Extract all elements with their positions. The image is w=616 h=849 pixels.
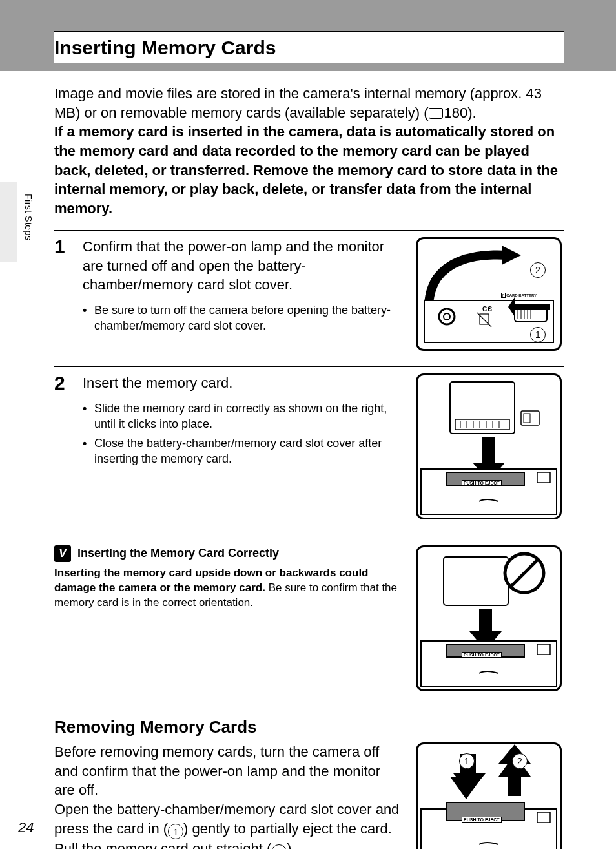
callout-2: 2 xyxy=(530,262,546,278)
intro-paragraph: Image and movie files are stored in the … xyxy=(54,84,564,218)
figure-slot: 1 2 PUSH TO EJECT xyxy=(416,742,564,849)
checkmark-v-icon: V xyxy=(54,545,71,562)
push-to-eject-label: PUSH TO EJECT xyxy=(462,817,502,823)
removing-p1: Before removing memory cards, turn the c… xyxy=(54,744,380,798)
side-tab xyxy=(0,182,17,262)
manual-page: Inserting Memory Cards First Steps Image… xyxy=(0,0,616,849)
svg-rect-30 xyxy=(444,557,508,605)
step-number: 1 xyxy=(54,237,83,351)
removing-p2c: ). xyxy=(287,841,295,849)
title-inset: Inserting Memory Cards xyxy=(54,31,564,63)
step-main: Insert the memory card. xyxy=(83,373,403,393)
circled-2-icon: 2 xyxy=(271,844,287,849)
figure-slot: PUSH TO EJECT xyxy=(416,373,564,519)
bullet: Be sure to turn off the camera before op… xyxy=(83,302,403,334)
note-heading: V Inserting the Memory Card Correctly xyxy=(54,545,403,562)
figure-remove-card: 1 2 PUSH TO EJECT xyxy=(416,742,562,849)
section-title: Inserting Memory Cards xyxy=(54,37,564,63)
svg-rect-15 xyxy=(450,382,515,434)
bullet: Close the battery-chamber/memory card sl… xyxy=(83,435,403,467)
book-icon xyxy=(429,108,443,119)
figure-insert-card: PUSH TO EJECT xyxy=(416,373,562,519)
push-to-eject-label: PUSH TO EJECT xyxy=(462,480,502,486)
step-main: Confirm that the power-on lamp and the m… xyxy=(83,237,403,295)
removing-title: Removing Memory Cards xyxy=(54,717,564,737)
callout-2: 2 xyxy=(512,753,528,769)
figure-wrong-orientation: PUSH TO EJECT xyxy=(416,545,562,691)
step-body: Confirm that the power-on lamp and the m… xyxy=(83,237,403,351)
push-to-eject-label: PUSH TO EJECT xyxy=(462,652,502,658)
note-body: V Inserting the Memory Card Correctly In… xyxy=(54,545,403,691)
step-body: Insert the memory card. Slide the memory… xyxy=(83,373,403,519)
figure-open-cover: C Є 2 1 ▯CARD BATTERY xyxy=(416,237,562,351)
svg-text:Є: Є xyxy=(488,306,492,313)
circled-1-icon: 1 xyxy=(168,824,183,839)
side-tab-label: First Steps xyxy=(23,194,34,240)
callout-1: 1 xyxy=(459,753,475,769)
page-number: 24 xyxy=(18,819,34,836)
note-title: Inserting the Memory Card Correctly xyxy=(77,547,279,560)
intro-ref: 180). xyxy=(444,105,477,121)
removing-block: Before removing memory cards, turn the c… xyxy=(54,742,564,849)
step-number: 2 xyxy=(54,373,83,519)
svg-marker-0 xyxy=(502,246,521,265)
intro-bold: If a memory card is inserted in the came… xyxy=(54,123,558,216)
step-bullets: Be sure to turn off the camera before op… xyxy=(83,302,403,334)
bullet: Slide the memory card in correctly as sh… xyxy=(83,401,403,432)
figure-slot: C Є 2 1 ▯CARD BATTERY xyxy=(416,237,564,351)
figure-slot: PUSH TO EJECT xyxy=(416,545,564,691)
callout-1: 1 xyxy=(530,327,546,342)
content: Image and movie files are stored in the … xyxy=(54,84,564,849)
note-text: Inserting the memory card upside down or… xyxy=(54,566,403,611)
step-1: 1 Confirm that the power-on lamp and the… xyxy=(54,230,564,351)
svg-text:C: C xyxy=(482,306,487,313)
removing-text: Before removing memory cards, turn the c… xyxy=(54,742,403,849)
card-battery-label: ▯CARD BATTERY xyxy=(501,293,537,297)
step-bullets: Slide the memory card in correctly as sh… xyxy=(83,401,403,467)
step-2: 2 Insert the memory card. Slide the memo… xyxy=(54,366,564,519)
note-block: V Inserting the Memory Card Correctly In… xyxy=(54,545,564,691)
